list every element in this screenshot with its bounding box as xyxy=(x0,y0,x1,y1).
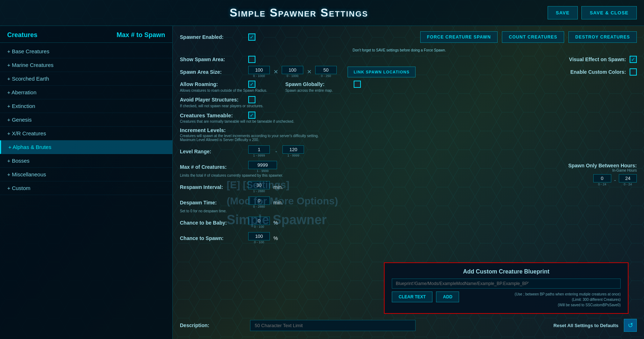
respawn-unit: min. xyxy=(273,184,283,190)
sidebar-item-alphas[interactable]: + Alphas & Brutes xyxy=(0,140,172,154)
level-max-range: 1 - 9999 xyxy=(282,154,304,157)
despawn-input[interactable] xyxy=(248,196,270,205)
spawn-y-input[interactable] xyxy=(282,66,303,74)
avoid-structures-checkbox[interactable] xyxy=(248,96,255,103)
chance-spawn-unit: % xyxy=(273,235,278,241)
sidebar-creatures-label: Creatures xyxy=(7,31,37,39)
despawn-range: 0 - 2880 xyxy=(248,205,270,208)
spawn-globally-note: Spawn across the entire map. xyxy=(285,89,361,92)
level-max-input[interactable] xyxy=(282,145,304,154)
add-bp-button[interactable]: ADD xyxy=(436,291,459,302)
custom-bp-note2: (Limit: 300 different Creatures) xyxy=(463,297,621,302)
spawner-enabled-checkbox[interactable] xyxy=(248,33,255,41)
level-min-input[interactable] xyxy=(248,145,270,154)
creatures-tameable-label: Creatures Tameable: xyxy=(180,112,245,118)
top-action-row: Spawner Enabled: FORCE CREATURE SPAWN CO… xyxy=(180,31,637,43)
sidebar-item-scorched[interactable]: + Scorched Earth xyxy=(0,72,172,86)
despawn-time-label: Despawn Time: xyxy=(180,200,245,205)
chance-spawn-input[interactable] xyxy=(248,232,270,240)
show-spawn-area-checkbox[interactable] xyxy=(248,56,255,63)
increment-levels-note: Creatures will spawn at the level increm… xyxy=(180,134,324,142)
count-creatures-button[interactable]: COUNT CREATURES xyxy=(502,31,564,43)
creatures-tameable-checkbox[interactable] xyxy=(248,112,255,119)
level-min-range: 1 - 9999 xyxy=(248,154,270,157)
sidebar-item-extinction[interactable]: + Extinction xyxy=(0,99,172,113)
sidebar-item-custom[interactable]: + Custom xyxy=(0,181,172,195)
chance-baby-unit: % xyxy=(273,220,278,226)
destroy-creatures-button[interactable]: DESTROY CREATURES xyxy=(568,31,637,43)
max-creatures-note: Limits the total # of creatures currentl… xyxy=(180,173,306,177)
spawn-y-range: 0 - 1000 xyxy=(282,74,303,78)
respawn-interval-label: Respawn Interval: xyxy=(180,184,245,190)
spawn-hour-start-input[interactable] xyxy=(593,174,611,182)
force-spawn-note-area: Don't forget to SAVE settings before doi… xyxy=(353,46,637,53)
sidebar: Creatures Max # to Spawn + Base Creature… xyxy=(0,26,173,339)
force-spawn-button[interactable]: FORCE CREATURE SPAWN xyxy=(420,31,498,43)
chance-baby-range: 0 - 100 xyxy=(248,225,270,229)
sidebar-item-base[interactable]: + Base Creatures xyxy=(0,45,172,58)
spawn-hour-end-input[interactable] xyxy=(619,174,637,182)
chance-spawn-label: Chance to Spawn: xyxy=(180,235,245,241)
custom-bp-title: Add Custom Creature Blueprint xyxy=(392,268,621,275)
spawn-hours-sub: In-Game Hours xyxy=(568,168,637,172)
chance-baby-input[interactable] xyxy=(248,217,270,225)
max-creatures-label: Max # of Creatures: xyxy=(180,164,245,170)
visual-effect-checkbox[interactable] xyxy=(630,56,637,63)
despawn-note: Set to 0 for no despawn time. xyxy=(180,209,637,213)
custom-colors-label: Enable Custom Colors: xyxy=(561,69,626,75)
spawn-x-input[interactable] xyxy=(248,66,270,74)
spawn-z-range: 0 - 250 xyxy=(315,74,337,78)
reset-button[interactable]: ↺ xyxy=(624,319,637,332)
custom-bp-note1: (Use ; between BP paths when entering mu… xyxy=(463,291,621,297)
sidebar-item-xr[interactable]: + X/R Creatures xyxy=(0,127,172,140)
creatures-tameable-note: Creatures that are normally tameable wil… xyxy=(180,119,306,123)
force-spawn-note: Don't forget to SAVE settings before doi… xyxy=(353,48,446,52)
sidebar-max-spawn-label: Max # to Spawn xyxy=(117,31,165,39)
max-creatures-range: 1 - 9999 xyxy=(248,169,277,173)
visual-effect-label: Visual Effect on Spawn: xyxy=(561,56,626,62)
page-title: Simple Spawner Settings xyxy=(50,6,548,19)
avoid-structures-label: Avoid Player Structures: xyxy=(180,97,245,103)
chance-spawn-range: 0 - 100 xyxy=(248,240,270,244)
description-label: Description: xyxy=(180,322,245,328)
increment-levels-label: Increment Levels: xyxy=(180,127,245,133)
link-spawn-button[interactable]: LINK SPAWN LOCATIONS xyxy=(348,67,416,77)
spawn-hours-title: Spawn Only Between Hours: xyxy=(568,163,637,168)
spawn-x-range: 0 - 1000 xyxy=(248,74,270,78)
max-creatures-input[interactable] xyxy=(248,161,277,169)
clear-text-button[interactable]: Clear Text xyxy=(392,291,432,302)
custom-bp-dialog: Add Custom Creature Blueprint Clear Text… xyxy=(384,262,629,314)
content-area: [E] [Settings] (Mod for More Options) Si… xyxy=(173,26,644,339)
spawner-enabled-label: Spawner Enabled: xyxy=(180,34,245,40)
description-input[interactable] xyxy=(250,320,416,331)
spawn-globally-checkbox[interactable] xyxy=(354,81,361,88)
custom-bp-note3: (Will be saved to SSCustomBPsSave0) xyxy=(463,302,621,308)
spawn-area-size-label: Spawn Area Size: xyxy=(180,69,245,75)
sidebar-item-bosses[interactable]: + Bosses xyxy=(0,154,172,168)
save-button[interactable]: SAVE xyxy=(548,6,578,19)
level-range-label: Level Range: xyxy=(180,149,245,154)
allow-roaming-label: Allow Roaming: xyxy=(180,81,245,87)
chance-baby-label: Chance to be Baby: xyxy=(180,220,245,226)
allow-roaming-checkbox[interactable] xyxy=(248,81,255,88)
despawn-unit: min. xyxy=(273,200,283,205)
sidebar-item-misc[interactable]: + Miscellaneous xyxy=(0,168,172,181)
sidebar-item-aberration[interactable]: + Aberration xyxy=(0,86,172,99)
save-close-button[interactable]: SAVE & CLOSE xyxy=(581,6,637,19)
reset-label: Reset All Settings to Defaults xyxy=(553,323,618,328)
respawn-range: 1 - 2880 xyxy=(248,189,270,193)
spawn-z-input[interactable] xyxy=(315,66,337,74)
show-spawn-area-label: Show Spawn Area: xyxy=(180,56,245,62)
sidebar-item-genesis[interactable]: + Genesis xyxy=(0,113,172,127)
sidebar-item-marine[interactable]: + Marine Creatures xyxy=(0,58,172,72)
description-bar: Description: Reset All Settings to Defau… xyxy=(180,319,637,332)
respawn-input[interactable] xyxy=(248,181,270,189)
spawn-globally-label: Spawn Globally: xyxy=(285,81,350,87)
allow-roaming-note: Allows creatures to roam outside of the … xyxy=(180,89,267,92)
custom-colors-checkbox[interactable] xyxy=(630,68,637,76)
spawn-hours-section: Spawn Only Between Hours: In-Game Hours … xyxy=(568,163,637,186)
custom-bp-input[interactable] xyxy=(392,279,621,289)
avoid-structures-note: If checked, will not spawn near players … xyxy=(180,104,637,108)
